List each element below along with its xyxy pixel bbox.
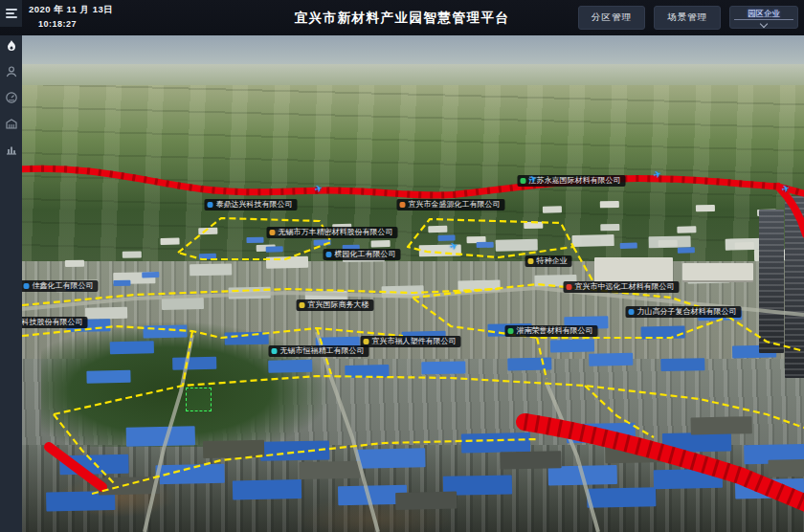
map-company-label[interactable]: 无锡市恒福精工有限公司 [269,345,369,357]
sidebar-item-chart[interactable] [0,136,22,162]
map-horizon-haze [22,64,804,91]
company-label-text: 江苏永嘉国际材料有限公司 [529,175,621,187]
highrise-tower [785,196,804,378]
company-label-text: 宜兴国际商务大楼 [308,299,369,311]
company-label-text: 灌南荣誉材料有限公司 [517,325,593,337]
map-industrial-low [22,359,804,451]
park-enterprise-dropdown[interactable]: 园区企业 [729,6,798,29]
map-3d-viewport[interactable]: 泰鼎达兴科技有限公司宜兴市金盛源化工有限公司江苏永嘉国际材料有限公司无锡市万丰精… [22,35,804,532]
map-company-label[interactable]: 宜兴市中远化工材料有限公司 [564,281,680,293]
company-marker-icon [270,230,276,235]
company-label-text: 特种企业 [537,255,568,267]
company-marker-icon [300,302,305,308]
company-marker-icon [326,252,332,257]
white-building-row [682,263,753,280]
vehicle-marker-icon: ✈ [313,182,324,194]
company-label-text: 泰鼎达兴科技有限公司 [216,199,293,211]
zone-management-button[interactable]: 分区管理 [578,6,645,30]
map-company-label[interactable]: 宜兴市福人塑件有限公司 [361,336,461,347]
company-marker-icon [272,348,278,354]
map-company-label[interactable]: 灌南荣誉材料有限公司 [505,325,598,337]
vehicle-marker-icon: ✈ [448,239,458,252]
company-label-text: 宜兴市中远化工材料有限公司 [575,281,675,293]
company-marker-icon [364,339,369,344]
scene-management-button[interactable]: 场景管理 [654,6,721,30]
chevron-down-icon [760,20,768,28]
map-company-label[interactable]: 鑫明达科技股份有限公司 [22,317,88,328]
company-marker-icon [521,178,526,184]
dark-rooftops [99,477,160,495]
vehicle-marker-icon: ✈ [780,182,791,194]
company-label-text: 佳鑫化工有限公司 [33,280,94,292]
small-blue-rooftops [246,237,263,243]
map-company-label[interactable]: 特种企业 [525,255,572,267]
company-label-text: 无锡市恒福精工有限公司 [280,345,365,357]
company-label-text: 宜兴市金盛源化工有限公司 [409,199,501,211]
map-company-label[interactable]: 横园化工有限公司 [324,249,401,260]
company-label-text: 宜兴市福人塑件有限公司 [372,336,457,347]
map-company-label[interactable]: 宜兴市金盛源化工有限公司 [397,199,505,211]
map-farmland [22,85,804,269]
app-window: 2020 年 11 月 13日 10:18:27 宜兴市新材料产业园智慧管理平台… [0,0,804,532]
small-white-rooftops [198,228,217,234]
map-company-label[interactable]: 无锡市万丰精密材料股份有限公司 [267,227,398,238]
map-overlay-lines [22,35,804,532]
factory-icon [5,117,18,130]
selection-box [186,388,212,411]
company-label-text: 鑫明达科技股份有限公司 [22,317,83,328]
left-sidebar [0,27,22,532]
highrise-tower [759,210,784,353]
vehicle-marker-icon: ✈ [652,167,662,180]
company-marker-icon [24,283,30,289]
bar-chart-icon [5,143,18,156]
blue-rooftops-large [59,454,128,476]
company-marker-icon [508,328,514,334]
map-green-field [41,322,328,447]
gauge-icon [5,91,18,104]
map-industrial-bottom [22,445,804,532]
map-sky [22,35,804,66]
header-actions: 分区管理 场景管理 园区企业 [578,6,798,30]
map-company-label[interactable]: 宜兴国际商务大楼 [297,299,374,311]
user-icon [5,65,18,78]
company-label-text: 力山高分子复合材料有限公司 [637,306,737,318]
map-company-label[interactable]: 佳鑫化工有限公司 [22,280,99,292]
company-marker-icon [528,258,534,264]
sidebar-item-gauge[interactable] [0,84,22,110]
sidebar-item-factory[interactable] [0,110,22,136]
map-company-label[interactable]: 力山高分子复合材料有限公司 [626,306,742,318]
company-marker-icon [629,309,635,315]
sidebar-item-fire[interactable] [0,33,22,58]
map-company-label[interactable]: 泰鼎达兴科技有限公司 [205,199,298,211]
company-marker-icon [567,284,572,290]
map-company-label[interactable]: 江苏永嘉国际材料有限公司 [518,175,626,187]
large-white-building [594,257,673,282]
company-marker-icon [400,202,406,208]
header-bar: 2020 年 11 月 13日 10:18:27 宜兴市新材料产业园智慧管理平台… [0,0,804,35]
white-rooftops [113,272,155,284]
company-label-text: 横园化工有限公司 [335,249,396,260]
sidebar-item-user[interactable] [0,58,22,84]
company-marker-icon [208,202,213,208]
company-label-text: 无锡市万丰精密材料股份有限公司 [279,227,393,238]
fire-icon [5,39,18,53]
